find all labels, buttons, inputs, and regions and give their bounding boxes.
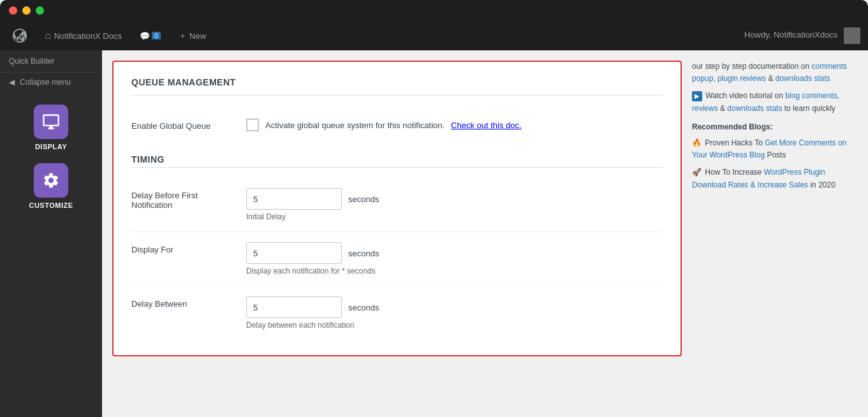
delay-between-label: Delay Between	[131, 296, 233, 309]
close-button[interactable]	[9, 6, 17, 15]
main-content: QUEUE MANAGEMENT Enable Global Queue Act…	[102, 50, 868, 417]
queue-management-title: QUEUE MANAGEMENT	[131, 77, 663, 96]
rocket-emoji: 🚀	[692, 168, 702, 177]
maximize-button[interactable]	[36, 6, 44, 15]
display-for-label: Display For	[131, 242, 233, 254]
downloads-stats-link-1[interactable]: downloads stats	[776, 74, 830, 83]
sidebar-nav: DISPLAY CUSTOMIZE	[0, 92, 102, 216]
enable-queue-hint-text: Activate global queue system for this no…	[265, 121, 445, 130]
blog-comments-link[interactable]: blog comments	[785, 91, 837, 100]
display-for-input[interactable]	[246, 242, 342, 264]
delay-before-label: Delay Before First Notification	[131, 188, 233, 210]
delay-before-row: Delay Before First Notification seconds …	[131, 178, 663, 232]
delay-before-unit: seconds	[348, 194, 379, 204]
timing-section: TIMING Delay Before First Notification s…	[131, 154, 663, 340]
display-for-control: seconds Display each notification for * …	[246, 242, 663, 275]
delay-between-row: Delay Between seconds Delay between each…	[131, 286, 663, 340]
customize-label: CUSTOMIZE	[29, 201, 73, 209]
display-icon	[34, 105, 68, 139]
admin-bar: ⌂ NotificationX Docs 💬 0 ＋ New Howdy, No…	[0, 21, 868, 50]
sidebar-step-display[interactable]: DISPLAY	[0, 98, 102, 157]
delay-before-input-group: seconds	[246, 188, 663, 210]
sidebar-step-customize[interactable]: CUSTOMIZE	[0, 157, 102, 216]
video-tutorial-text: ▶ Watch video tutorial on blog comments,…	[692, 90, 858, 114]
display-for-row: Display For seconds Display each notific…	[131, 232, 663, 286]
intro-text: our step by step documentation on commen…	[692, 61, 858, 85]
new-content-button[interactable]: ＋ New	[173, 21, 211, 50]
check-doc-link[interactable]: Check out this doc.	[451, 121, 522, 130]
collapse-menu-label: Collapse menu	[20, 78, 71, 87]
monitor-icon	[42, 113, 60, 131]
new-label: New	[189, 31, 206, 41]
howdy-text: Howdy, NotificationXdocs	[744, 27, 860, 44]
delay-before-input[interactable]	[246, 188, 342, 210]
plus-icon: ＋	[179, 30, 187, 41]
comment-count: 0	[152, 32, 161, 40]
display-for-input-group: seconds	[246, 242, 663, 264]
display-label: DISPLAY	[35, 143, 67, 150]
enable-queue-checkbox[interactable]	[246, 119, 259, 131]
timing-title: TIMING	[131, 154, 663, 165]
timing-divider	[131, 167, 663, 168]
checkbox-row: Activate global queue system for this no…	[246, 119, 663, 131]
wordpress-icon	[13, 29, 27, 43]
comments-button[interactable]: 💬 0	[135, 21, 166, 50]
collapse-menu-button[interactable]: ◀ Collapse menu	[0, 73, 102, 92]
app-layout: Quick Builder ◀ Collapse menu DISPLAY	[0, 50, 868, 417]
gear-icon	[42, 172, 60, 189]
enable-queue-row: Enable Global Queue Activate global queu…	[131, 108, 663, 142]
enable-queue-label: Enable Global Queue	[131, 119, 233, 131]
delay-between-unit: seconds	[348, 303, 379, 312]
blog-1-text: 🔥 Proven Hacks To Get More Comments on Y…	[692, 137, 858, 161]
delay-between-input-group: seconds	[246, 296, 663, 318]
reviews-link[interactable]: reviews	[692, 104, 718, 113]
video-icon: ▶	[692, 91, 702, 101]
display-for-unit: seconds	[348, 249, 379, 258]
blog-2-text: 🚀 How To Increase WordPress Plugin Downl…	[692, 166, 858, 191]
home-icon: ⌂	[45, 30, 51, 41]
window-chrome	[0, 0, 868, 21]
enable-queue-control: Activate global queue system for this no…	[246, 119, 663, 131]
right-sidebar: our step by step documentation on commen…	[692, 61, 858, 415]
queue-management-section: QUEUE MANAGEMENT Enable Global Queue Act…	[131, 77, 663, 142]
collapse-arrow-icon: ◀	[9, 78, 15, 87]
plugin-reviews-link[interactable]: plugin reviews	[717, 74, 766, 83]
downloads-stats-link-2[interactable]: downloads stats	[727, 104, 782, 113]
delay-between-input[interactable]	[246, 296, 342, 318]
panel-box: QUEUE MANAGEMENT Enable Global Queue Act…	[112, 61, 682, 356]
minimize-button[interactable]	[22, 6, 31, 15]
site-name: NotificationX Docs	[54, 31, 122, 41]
delay-between-hint: Delay between each notification	[246, 321, 663, 330]
quick-builder-label: Quick Builder	[0, 50, 102, 73]
center-panel: QUEUE MANAGEMENT Enable Global Queue Act…	[112, 61, 682, 415]
delay-between-control: seconds Delay between each notification	[246, 296, 663, 330]
sidebar: Quick Builder ◀ Collapse menu DISPLAY	[0, 50, 102, 417]
delay-before-hint: Initial Delay	[246, 212, 663, 221]
recommended-blogs-heading: Recommended Blogs:	[692, 121, 858, 133]
display-for-hint: Display each notification for * seconds	[246, 267, 663, 275]
wp-logo-button[interactable]	[8, 21, 32, 50]
delay-before-control: seconds Initial Delay	[246, 188, 663, 221]
fire-emoji: 🔥	[692, 138, 702, 147]
home-button[interactable]: ⌂ NotificationX Docs	[40, 21, 127, 50]
user-avatar[interactable]	[844, 27, 860, 44]
customize-icon	[34, 163, 68, 198]
comment-icon: 💬	[140, 31, 150, 41]
